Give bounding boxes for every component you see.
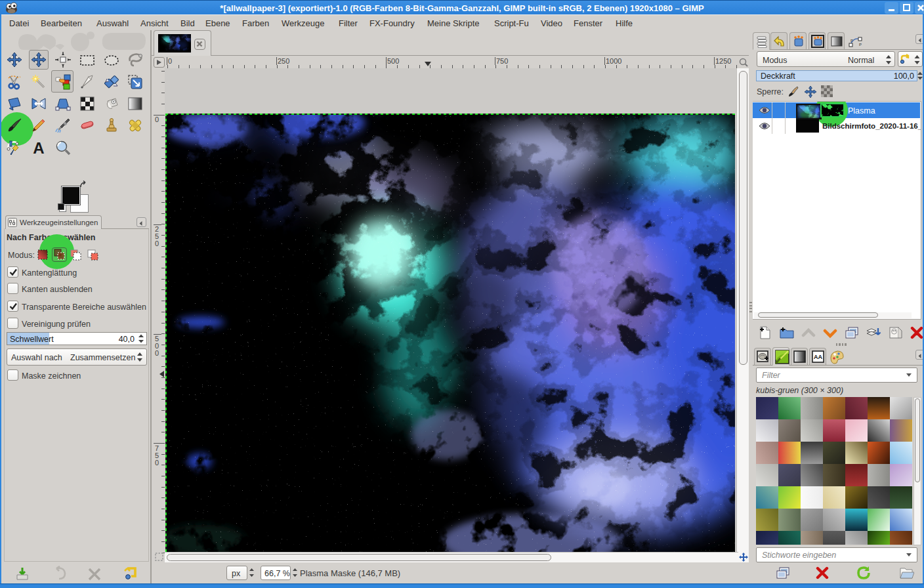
svg-text:P: P <box>850 39 853 43</box>
svg-text:P: P <box>859 43 862 47</box>
svg-text:A: A <box>33 140 44 156</box>
svg-text:AA: AA <box>814 354 822 360</box>
